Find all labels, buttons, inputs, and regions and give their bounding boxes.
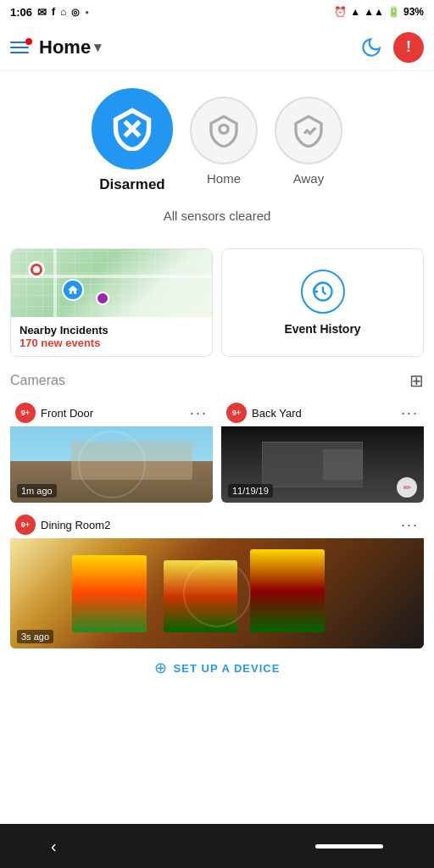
chevron-down-icon[interactable]: ▾	[94, 39, 101, 55]
setup-label: SET UP A DEVICE	[174, 662, 281, 675]
blue-home-pin	[62, 279, 84, 301]
camera-more-dining[interactable]: ···	[401, 516, 419, 534]
toy1	[72, 555, 147, 632]
camera-name-back-yard: Back Yard	[252, 407, 302, 420]
back-button[interactable]: ‹	[51, 837, 57, 856]
ring-icon: ◎	[71, 7, 80, 18]
home-circle	[190, 97, 258, 164]
cameras-section: Cameras ⊞ 9+ Front Door ··· 1m ago	[0, 365, 434, 648]
setup-plus-icon: ⊕	[154, 659, 167, 677]
exclamation-icon: !	[406, 38, 411, 56]
camera-header-front-door: 9+ Front Door ···	[10, 399, 213, 426]
camera-badge-front-door: 9+	[15, 403, 36, 423]
camera-header-dining: 9+ Dining Room2 ···	[10, 511, 424, 538]
nav-bar: ‹	[0, 824, 434, 868]
camera-more-front-door[interactable]: ···	[190, 404, 208, 422]
map-road-v	[53, 249, 57, 317]
camera-name-row: 9+ Front Door	[15, 403, 93, 423]
camera-timestamp-front-door: 1m ago	[17, 484, 57, 498]
security-section: Disarmed Home Away All sensors cleared	[0, 71, 434, 240]
dot-icon: ●	[85, 8, 89, 16]
disarmed-mode-button[interactable]: Disarmed	[92, 88, 173, 193]
night-mode-button[interactable]	[358, 34, 385, 61]
camera-front-door[interactable]: 9+ Front Door ··· 1m ago	[10, 399, 213, 503]
nearby-incidents-card[interactable]: Nearby Incidents 170 new events	[10, 248, 213, 357]
camera-more-back-yard[interactable]: ···	[401, 404, 419, 422]
disarmed-circle	[92, 88, 173, 170]
facebook-icon: f	[52, 6, 55, 18]
camera-edit-back-yard[interactable]: ✏	[397, 477, 417, 498]
away-label: Away	[293, 171, 324, 186]
cameras-title: Cameras	[10, 373, 65, 388]
hamburger-menu[interactable]	[10, 42, 29, 53]
event-history-label: Event History	[284, 322, 360, 336]
incident-title: Nearby Incidents	[19, 324, 203, 337]
home-mode-button[interactable]: Home	[190, 97, 258, 186]
camera-name-row-dining: 9+ Dining Room2	[15, 515, 110, 535]
time-display: 1:06	[10, 6, 32, 19]
event-history-card[interactable]: Event History	[221, 248, 424, 357]
cameras-header: Cameras ⊞	[10, 370, 424, 391]
event-history-icon	[301, 270, 345, 314]
gmail-icon: ✉	[37, 6, 47, 19]
camera-header-back-yard: 9+ Back Yard ···	[221, 399, 424, 426]
home-indicator[interactable]	[315, 844, 383, 849]
camera-timestamp-dining: 3s ago	[17, 630, 53, 643]
signal-icon: ▲▲	[364, 6, 384, 18]
header-left: Home ▾	[10, 36, 358, 58]
battery-icon: 🔋	[387, 6, 400, 18]
disarmed-label: Disarmed	[99, 176, 164, 193]
purple-incident-pin	[96, 292, 109, 305]
sensors-status: All sensors cleared	[164, 209, 271, 223]
camera-name-row-back: 9+ Back Yard	[226, 403, 302, 423]
status-bar: 1:06 ✉ f ⌂ ◎ ● ⏰ ▲ ▲▲ 🔋 93%	[0, 0, 434, 24]
cameras-grid: 9+ Front Door ··· 1m ago 9+ Back Yard	[10, 399, 424, 648]
status-indicators: ⏰ ▲ ▲▲ 🔋 93%	[334, 6, 424, 18]
header-actions: !	[358, 32, 424, 63]
camera-badge-back-yard: 9+	[226, 403, 247, 423]
red-incident-pin	[28, 261, 45, 278]
camera-timestamp-back-yard: 11/19/19	[228, 484, 273, 498]
cards-row: Nearby Incidents 170 new events Event Hi…	[0, 240, 434, 365]
camera-back-yard[interactable]: 9+ Back Yard ··· 11/19/19 ✏	[221, 399, 424, 503]
wifi-icon: ▲	[350, 6, 360, 18]
page-title: Home ▾	[39, 36, 101, 58]
incident-map	[11, 249, 212, 317]
home-icon-status: ⌂	[60, 6, 66, 18]
fisheye-overlay	[78, 431, 146, 498]
fisheye-overlay-dining	[183, 559, 251, 627]
svg-point-2	[220, 125, 228, 133]
grid-view-icon[interactable]: ⊞	[409, 370, 424, 391]
status-time: 1:06 ✉ f ⌂ ◎ ●	[10, 6, 89, 19]
camera-dining-room2[interactable]: 9+ Dining Room2 ··· 3s ago	[10, 511, 424, 648]
camera-thumb-dining: 3s ago	[10, 538, 424, 648]
incident-info: Nearby Incidents 170 new events	[11, 317, 212, 356]
away-circle	[275, 97, 342, 164]
camera-thumb-front-door: 1m ago	[10, 426, 213, 503]
camera-name-front-door: Front Door	[41, 407, 93, 420]
alert-button[interactable]: !	[393, 32, 424, 63]
toy3	[250, 549, 325, 632]
mode-buttons: Disarmed Home Away	[92, 88, 342, 193]
app-header: Home ▾ !	[0, 24, 434, 71]
alarm-icon: ⏰	[334, 6, 347, 18]
battery-percent: 93%	[403, 6, 424, 18]
camera-thumb-back-yard: 11/19/19 ✏	[221, 426, 424, 503]
away-mode-button[interactable]: Away	[275, 97, 342, 186]
dark-object2	[323, 449, 364, 480]
home-label: Home	[207, 171, 241, 186]
incident-count: 170 new events	[19, 337, 203, 349]
camera-name-dining: Dining Room2	[41, 519, 110, 531]
setup-device-row[interactable]: ⊕ SET UP A DEVICE	[0, 648, 434, 681]
notification-dot	[25, 38, 32, 45]
camera-badge-dining: 9+	[15, 515, 36, 535]
